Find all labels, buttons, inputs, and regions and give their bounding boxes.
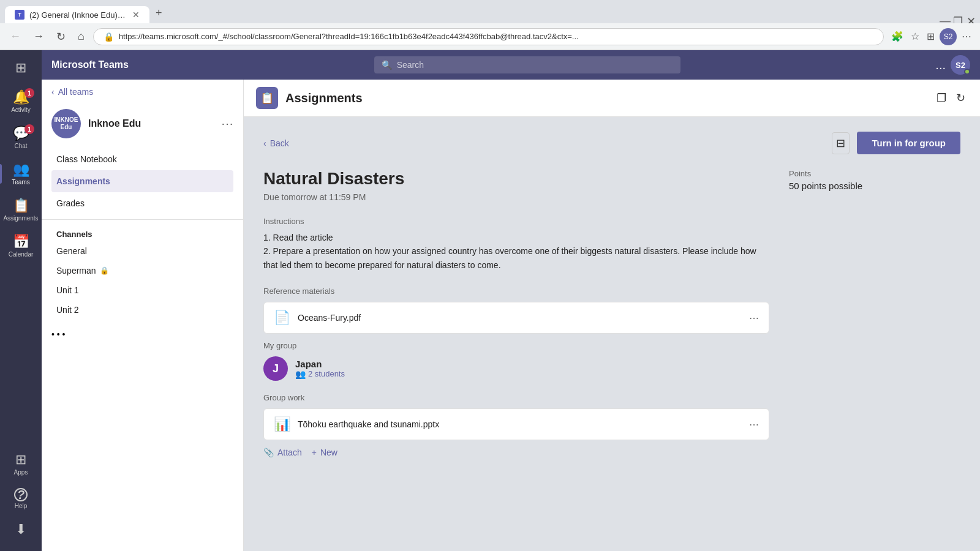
lock-icon: 🔒 [100,266,109,275]
collections-button[interactable]: ⊞ [924,28,937,45]
channel-general-label: General [56,246,87,256]
group-work-section: Group work 📊 Tōhoku earthquake and tsuna… [263,393,769,440]
user-avatar[interactable]: S2 [951,55,970,75]
reference-file-card: 📄 Oceans-Fury.pdf ⋯ [263,302,769,334]
sidebar: ‹ All teams INKNOE Edu Inknoe Edu ⋯ Clas… [42,80,244,551]
rail-item-chat[interactable]: 1 💬 Chat [0,121,42,154]
channels-section: Channels General Superman 🔒 Unit 1 Uni [42,225,243,320]
back-chevron-icon: ‹ [51,87,55,97]
new-button[interactable]: + New [312,448,337,457]
new-tab-button[interactable]: + [149,3,168,23]
restore-button[interactable]: ❐ [953,15,962,23]
rail-item-calendar[interactable]: 📅 Calendar [0,229,42,263]
profile-button[interactable]: S2 [940,28,957,45]
content-top-bar: ‹ Back ⊟ Turn in for group [263,132,960,154]
group-item: J Japan 👥 2 students [263,356,769,381]
refresh-button[interactable]: ↻ [954,89,968,107]
team-name: Inknoe Edu [88,118,141,129]
reload-button[interactable]: ↻ [53,28,69,46]
rail-item-assignments[interactable]: 📋 Assignments [0,193,42,227]
back-to-teams-link[interactable]: ‹ All teams [42,80,243,104]
address-bar[interactable]: 🔒 https://teams.microsoft.com/_#/school/… [93,28,884,45]
instructions-section: Instructions 1. Read the article 2. Prep… [263,217,769,272]
rail-item-activity[interactable]: 1 🔔 Activity [0,84,42,118]
group-work-file-card: 📊 Tōhoku earthquake and tsunami.pptx ⋯ [263,408,769,440]
back-link[interactable]: ‹ Back [263,138,289,148]
sidebar-nav-class-notebook[interactable]: Class Notebook [51,148,233,170]
forward-button[interactable]: → [29,28,48,45]
attach-button[interactable]: 📎 Attach [263,448,302,457]
expand-button[interactable]: ❐ [934,89,949,107]
search-input[interactable] [397,60,673,70]
group-name: Japan [295,359,345,369]
activity-badge: 1 [24,88,34,98]
rail-item-help[interactable]: ? Help [0,483,42,514]
attach-icon: 📎 [263,448,274,457]
team-avatar: INKNOE Edu [51,109,81,138]
my-group-label: My group [263,341,769,350]
favorites-button[interactable]: ☆ [908,28,922,45]
minimize-button[interactable]: — [940,15,948,23]
extensions-button[interactable]: 🧩 [889,28,906,45]
rail-item-teams[interactable]: 👥 Teams [0,157,42,190]
channel-unit2[interactable]: Unit 2 [51,300,233,320]
tab-title: (2) General (Inknoe Edu) | Micros... [29,10,127,20]
channel-superman-label: Superman [56,266,96,276]
points-value: 50 points possible [789,181,960,191]
teams-logo: Microsoft Teams [51,59,129,70]
teams-icon: 👥 [13,162,29,178]
channel-unit1-label: Unit 1 [56,285,79,295]
view-icon-button[interactable]: ⊟ [832,132,850,154]
team-more-button[interactable]: ⋯ [221,116,233,131]
group-file-name: Tōhoku earthquake and tsunami.pptx [298,419,742,429]
rail-item-grid[interactable]: ⊞ [0,55,42,82]
sidebar-nav-assignments[interactable]: Assignments [51,170,233,192]
group-file-more-button[interactable]: ⋯ [749,419,759,430]
assignment-title: Natural Disasters [263,169,769,189]
search-box[interactable]: 🔍 [374,56,680,73]
url-text: https://teams.microsoft.com/_#/school/cl… [119,32,873,41]
calendar-label: Calendar [9,251,34,258]
rail-item-apps[interactable]: ⊞ Apps [0,447,42,481]
browser-toolbar: ← → ↻ ⌂ 🔒 https://teams.microsoft.com/_#… [0,23,980,50]
browser-more-button[interactable]: ⋯ [959,28,974,45]
reference-materials-section: Reference materials 📄 Oceans-Fury.pdf ⋯ [263,287,769,334]
search-icon: 🔍 [382,60,392,70]
download-icon: ⬇ [15,522,26,538]
header-more-button[interactable]: ... [935,58,946,72]
channel-superman[interactable]: Superman 🔒 [51,261,233,280]
turn-in-button[interactable]: Turn in for group [857,132,960,154]
help-label: Help [15,503,28,509]
assignment-grid: Natural Disasters Due tomorrow at 11:59 … [263,169,960,457]
browser-tabs: T (2) General (Inknoe Edu) | Micros... ✕… [0,0,980,23]
user-status-indicator [964,69,970,75]
points-section: Points 50 points possible [789,169,960,457]
teams-label: Teams [12,179,29,186]
group-avatar-initial: J [273,362,279,375]
chat-badge: 1 [24,124,34,134]
close-window-button[interactable]: ✕ [967,15,975,23]
rail-item-download[interactable]: ⬇ [0,517,42,544]
tab-close-button[interactable]: ✕ [132,10,140,20]
sidebar-more[interactable]: • • • [42,320,243,349]
channels-title: Channels [51,225,233,241]
home-button[interactable]: ⌂ [74,28,88,45]
sidebar-nav-grades[interactable]: Grades [51,192,233,214]
channel-general[interactable]: General [51,241,233,261]
assignments-rail-label: Assignments [3,215,38,222]
assignments-header-icon: 📋 [256,87,278,109]
back-button[interactable]: ← [6,28,24,45]
active-tab[interactable]: T (2) General (Inknoe Edu) | Micros... ✕ [5,6,149,23]
group-work-label: Group work [263,393,769,402]
calendar-icon: 📅 [13,234,29,250]
ref-file-more-button[interactable]: ⋯ [749,312,759,324]
content-area: ‹ Back ⊟ Turn in for group Natural Disas… [244,117,980,551]
left-rail: ⊞ 1 🔔 Activity 1 💬 Chat 👥 Teams 📋 Assign… [0,50,42,551]
team-header: INKNOE Edu Inknoe Edu ⋯ [42,104,243,148]
teams-header: Microsoft Teams 🔍 ... S2 [42,50,980,80]
activity-label: Activity [11,107,31,113]
students-icon: 👥 [295,369,306,379]
main-header-title: Assignments [285,91,363,105]
channel-unit1[interactable]: Unit 1 [51,280,233,300]
search-box-container: 🔍 [374,56,680,73]
